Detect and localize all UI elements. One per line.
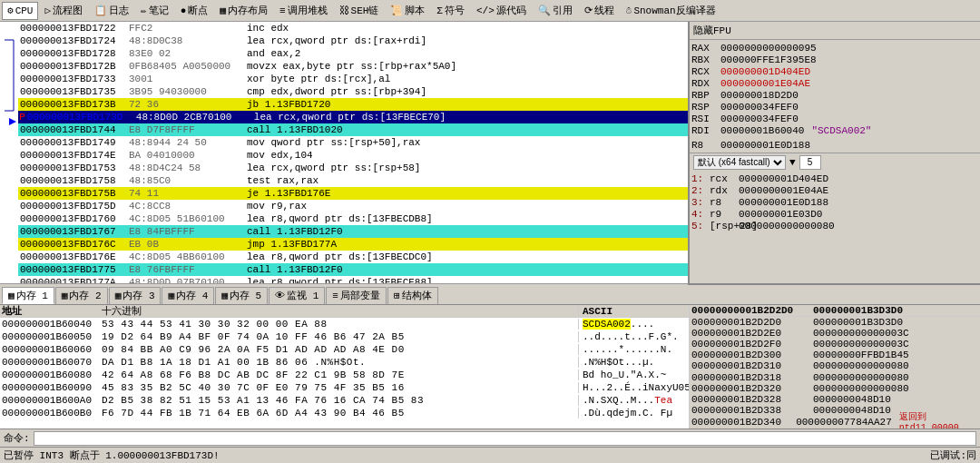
reg-count-input[interactable]: [799, 155, 821, 170]
disasm-addr: 000000013FBD174E: [20, 150, 129, 161]
toolbar-references[interactable]: 🔍 引用: [533, 2, 578, 20]
disasm-row[interactable]: 000000013FBD175D4C:8CC8mov r9,rax: [18, 200, 688, 212]
mem-row-hex: 45 83 35 B2 5C 40 30 7C 0F E0 79 75 4F 3…: [102, 382, 578, 393]
mem-row-hex: 09 84 BB A0 C9 96 2A 0A F5 D1 AD AD AD A…: [102, 344, 578, 355]
disasm-row[interactable]: 000000013FBD172B0FB68405 A0050000movzx e…: [18, 60, 688, 73]
disasm-lines: 000000013FBD1722FFC2inc edx000000013FBD1…: [18, 22, 688, 283]
toolbar-flowgraph[interactable]: ▷ 流程图: [39, 2, 88, 20]
mem-row-ascii: ..d....t...F.G*.: [578, 331, 687, 342]
memory-row[interactable]: 000000001B6005019 D2 64 B9 A4 BF 0F 74 0…: [0, 330, 689, 343]
toolbar-log[interactable]: 📋 日志: [89, 2, 134, 20]
reg-content: RAX0000000000000095RBX000000FFE1F395E8RC…: [690, 40, 980, 153]
memory-tab-5[interactable]: 👁 监视 1: [269, 287, 325, 304]
disasm-row[interactable]: 000000013FBD176CEB 0Bjmp 1.13FBD177A: [18, 238, 688, 251]
toolbar-threads[interactable]: ⟳ 线程: [579, 2, 620, 20]
disasm-row[interactable]: 000000013FBD1775E8 76FBFFFFcall 1.13FBD1…: [18, 263, 688, 276]
toolbar-cpu[interactable]: ⚙ CPU: [2, 2, 38, 20]
memory-row[interactable]: 000000001B6004053 43 44 53 41 30 30 32 0…: [0, 318, 689, 330]
disasm-row[interactable]: 000000013FBD174EBA 04010000mov edx,104: [18, 149, 688, 162]
disasm-row[interactable]: 000000013FBD172448:8D0C38lea rcx,qword p…: [18, 34, 688, 47]
reg-value[interactable]: 000000018D2D0: [720, 90, 799, 101]
memory-tab-2[interactable]: ▦ 内存 3: [109, 287, 162, 304]
disasm-instr: call 1.13FBD12F0: [247, 226, 686, 237]
command-input[interactable]: [34, 431, 976, 446]
toolbar-notes[interactable]: ✏ 笔记: [135, 2, 174, 20]
toolbar-seh[interactable]: ⛓ SEH链: [334, 2, 385, 20]
reg-convention-select[interactable]: 默认 (x64 fastcall): [693, 155, 786, 170]
mem-right-row-val: 000000001B3D3D0: [813, 317, 903, 328]
memory-row[interactable]: 000000001B60070DA D1 B8 1A 18 D1 A1 00 1…: [0, 356, 689, 369]
callstack-row: 1:rcx000000001D404ED: [691, 173, 978, 185]
memory-tab-1[interactable]: ▦ 内存 2: [55, 287, 108, 304]
reg-row: RBX000000FFE1F395E8: [691, 54, 978, 65]
top-section: 000000013FBD1722FFC2inc edx000000013FBD1…: [0, 22, 980, 285]
memory-tab-7[interactable]: ⊞ 结构体: [387, 287, 438, 304]
mem-row-hex: 19 D2 64 B9 A4 BF 0F 74 0A 10 FF 46 B6 4…: [102, 331, 578, 342]
reg-name: RSP: [691, 102, 717, 113]
disasm-bytes: 0FB68405 A0050000: [129, 61, 247, 72]
toolbar-memmap-label: 内存布局: [228, 4, 268, 17]
disasm-row[interactable]: 000000013FBD172883E0 02and eax,2: [18, 47, 688, 60]
mem-row-ascii: SCDSA002....: [578, 319, 687, 330]
reg-value[interactable]: 0000000001E04AE: [720, 78, 810, 89]
disasm-row[interactable]: RIP 000000013FBD173D48:8D0D 2CB70100lea …: [18, 111, 688, 123]
mem-row-ascii: Bd ho_U."A.X.~: [578, 369, 687, 380]
reg-value[interactable]: 0000000000000095: [720, 43, 817, 54]
memory-right-panel: 00000000001B2D2D0 000000001B3D3D00000000…: [690, 305, 980, 429]
disasm-row[interactable]: 000000013FBD177A48:8D0D 07B70100lea r8,q…: [18, 276, 688, 283]
toolbar-symbols[interactable]: Σ 符号: [431, 2, 470, 20]
reg-value[interactable]: 000000034FEF0: [720, 102, 799, 113]
disasm-row[interactable]: 000000013FBD174948:8944 24 50mov qword p…: [18, 136, 688, 149]
disasm-bytes: 48:8D0D 07B70100: [129, 277, 247, 283]
memory-row[interactable]: 000000001B600B0F6 7D 44 FB 1B 71 64 EB 6…: [0, 407, 689, 419]
disasm-row[interactable]: 000000013FBD17353B95 94030000cmp edx,dwo…: [18, 85, 688, 98]
reg-value[interactable]: 00000001B60040: [720, 125, 804, 136]
memory-tab-6[interactable]: ≡ 局部变量: [326, 287, 387, 304]
toolbar-seh-label: SEH链: [351, 4, 379, 17]
mem-tab-label: 结构体: [402, 289, 432, 302]
toolbar-script[interactable]: 📜 脚本: [385, 2, 430, 20]
memory-row[interactable]: 000000001B600A0D2 B5 38 82 51 15 53 A1 1…: [0, 394, 689, 407]
reg-value[interactable]: 000000001E0D188: [720, 140, 810, 151]
disasm-row[interactable]: 000000013FBD175848:85C0test rax,rax: [18, 174, 688, 187]
disasm-bytes: 48:8D0D 2CB70100: [136, 112, 254, 123]
reg-value[interactable]: 000000FFE1F395E8: [720, 54, 817, 65]
disasm-instr: and eax,2: [247, 48, 686, 59]
disasm-bytes: BA 04010000: [129, 150, 247, 161]
toolbar-snowman[interactable]: ☃ Snowman反编译器: [621, 2, 721, 20]
reg-name: RCX: [691, 66, 717, 77]
memory-right-row: 000000001B2D3180000000000000080: [690, 372, 980, 383]
memory-row[interactable]: 000000001B6008042 64 A8 68 F6 B8 DC AB D…: [0, 369, 689, 381]
disasm-instr: mov r9,rax: [247, 201, 686, 212]
mem-tab-icon: 👁: [275, 290, 285, 301]
reg-string-hint: "SCDSA002": [811, 125, 871, 136]
disasm-row[interactable]: 000000013FBD17333001xor byte ptr ds:[rcx…: [18, 73, 688, 85]
memory-tab-4[interactable]: ▦ 内存 5: [215, 287, 268, 304]
memory-row[interactable]: 000000001B6006009 84 BB A0 C9 96 2A 0A F…: [0, 343, 689, 356]
memory-tab-3[interactable]: ▦ 内存 4: [162, 287, 214, 304]
toolbar-memmap[interactable]: ▦ 内存布局: [214, 2, 273, 20]
reg-count-label: ▼: [789, 157, 796, 168]
disasm-addr: 000000013FBD177A: [20, 277, 129, 283]
disasm-row[interactable]: 000000013FBD175348:8D4C24 58lea rcx,qwor…: [18, 162, 688, 174]
reg-value[interactable]: 000000001D404ED: [720, 66, 810, 77]
toolbar-breakpoints[interactable]: ● 断点: [175, 2, 214, 20]
disasm-instr: lea r8,qword ptr ds:[13FBECDC0]: [247, 251, 686, 262]
reg-value[interactable]: 000000034FEF0: [720, 113, 799, 124]
disasm-row[interactable]: 000000013FBD175B74 11je 1.13FBD176E: [18, 187, 688, 200]
disasm-row[interactable]: 000000013FBD1767E8 84FBFFFFcall 1.13FBD1…: [18, 225, 688, 238]
disasm-addr: 000000013FBD1735: [20, 86, 129, 97]
disasm-row[interactable]: 000000013FBD176E4C:8D05 4BB60100lea r8,q…: [18, 251, 688, 263]
memory-tab-0[interactable]: ▦ 内存 1: [2, 287, 54, 304]
mem-row-addr: 000000001B60050: [2, 331, 102, 342]
disasm-row[interactable]: 000000013FBD17604C:8D05 51B60100lea r8,q…: [18, 212, 688, 225]
source-icon: </>: [476, 5, 495, 16]
memory-row[interactable]: 000000001B6009045 83 35 B2 5C 40 30 7C 0…: [0, 381, 689, 394]
mem-row-hex: 42 64 A8 68 F6 B8 DC AB DC 8F 22 C1 9B 5…: [102, 369, 578, 380]
toolbar-callstack[interactable]: ≡ 调用堆栈: [274, 2, 333, 20]
disasm-row[interactable]: 000000013FBD1744E8 D7F8FFFFcall 1.13FBD1…: [18, 123, 688, 136]
ascii-highlight: SCDSA002: [583, 319, 631, 330]
disasm-row[interactable]: 000000013FBD1722FFC2inc edx: [18, 22, 688, 34]
disasm-row[interactable]: 000000013FBD173B72 36jb 1.13FBD1720: [18, 98, 688, 111]
toolbar-source[interactable]: </> 源代码: [471, 2, 532, 20]
